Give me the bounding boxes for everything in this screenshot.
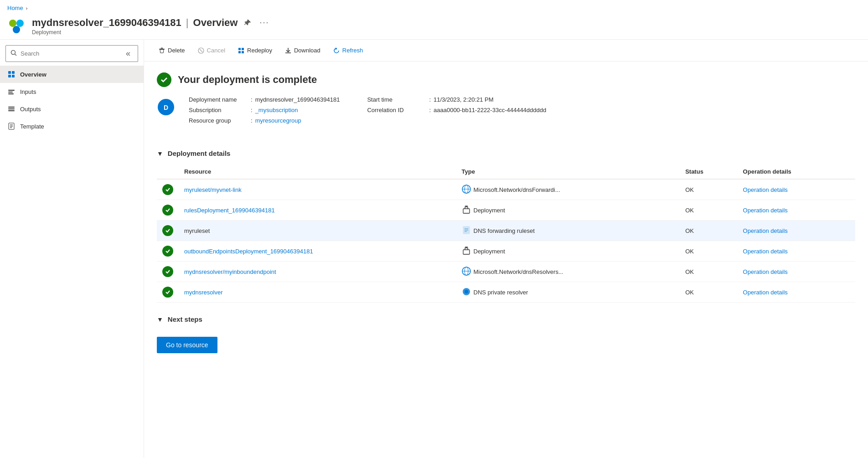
- subscription-value[interactable]: _mysubscription: [255, 107, 298, 113]
- resource-link[interactable]: myruleset/myvnet-link: [184, 186, 242, 193]
- refresh-button[interactable]: Refresh: [328, 44, 369, 57]
- svg-rect-12: [8, 107, 15, 108]
- next-steps-section: ▼ Next steps Go to resource: [157, 315, 855, 353]
- table-cell-resource: rulesDeployment_1699046394181: [179, 200, 456, 221]
- deployment-details-header[interactable]: ▼ Deployment details: [157, 149, 855, 157]
- resource-group-value[interactable]: myresourcegroup: [255, 117, 301, 124]
- table-cell-type: Deployment: [456, 200, 680, 221]
- info-row-resource-group: Resource group : myresourcegroup: [189, 117, 340, 124]
- overview-content: Your deployment is complete D Deployment: [144, 62, 868, 364]
- sidebar-item-template[interactable]: Template: [0, 118, 144, 135]
- more-options-button[interactable]: ···: [258, 16, 271, 29]
- type-text: DNS forwarding ruleset: [474, 227, 535, 234]
- operation-details-link[interactable]: Operation details: [743, 248, 788, 255]
- resource-text: myruleset: [184, 227, 210, 234]
- table-cell-resource: mydnsresolver: [179, 282, 456, 303]
- outputs-label: Outputs: [20, 106, 41, 113]
- svg-rect-9: [8, 90, 15, 91]
- details-chevron-icon: ▼: [157, 150, 163, 157]
- table-cell-status-icon: [157, 282, 179, 303]
- svg-rect-7: [8, 75, 11, 77]
- type-icon: [462, 267, 471, 277]
- table-cell-resource: outboundEndpointsDeployment_169904639418…: [179, 241, 456, 262]
- success-banner: Your deployment is complete: [157, 72, 855, 87]
- deployment-details-title: Deployment details: [168, 149, 231, 157]
- template-label: Template: [20, 123, 44, 130]
- svg-rect-14: [8, 110, 15, 111]
- table-cell-status: OK: [680, 262, 737, 282]
- check-icon: [162, 225, 173, 236]
- info-column-left: Deployment name : mydnsresolver_16990463…: [189, 96, 340, 124]
- cancel-button[interactable]: Cancel: [192, 44, 231, 57]
- type-text: DNS private resolver: [474, 289, 528, 296]
- breadcrumb-home[interactable]: Home: [7, 5, 23, 11]
- table-row: myruleset DNS forwarding ruleset OK Oper…: [157, 221, 855, 241]
- svg-text:D: D: [164, 104, 168, 111]
- table-header-operation: Operation details: [738, 165, 855, 179]
- pin-button[interactable]: [242, 17, 253, 28]
- subscription-label: Subscription: [189, 107, 248, 113]
- template-icon: [7, 122, 16, 130]
- operation-details-link[interactable]: Operation details: [743, 207, 788, 214]
- sidebar-item-overview[interactable]: Overview: [0, 66, 144, 83]
- table-cell-status-icon: [157, 200, 179, 221]
- table-row: mydnsresolver DNS private resolver OK Op…: [157, 282, 855, 303]
- operation-details-link[interactable]: Operation details: [743, 289, 788, 296]
- cancel-icon: [198, 47, 204, 54]
- table-cell-status-icon: [157, 241, 179, 262]
- next-steps-header[interactable]: ▼ Next steps: [157, 315, 855, 323]
- resource-link[interactable]: rulesDeployment_1699046394181: [184, 207, 275, 214]
- operation-details-link[interactable]: Operation details: [743, 268, 788, 275]
- type-icon: [462, 287, 471, 298]
- operation-details-link[interactable]: Operation details: [743, 227, 788, 234]
- svg-rect-11: [8, 93, 14, 94]
- svg-rect-34: [463, 209, 470, 213]
- sidebar-search-container: «: [0, 40, 144, 66]
- table-cell-type: Deployment: [456, 241, 680, 262]
- operation-details-link[interactable]: Operation details: [743, 186, 788, 193]
- correlation-id-label: Correlation ID: [367, 107, 426, 113]
- svg-point-3: [11, 51, 16, 55]
- check-icon: [162, 246, 173, 257]
- delete-button[interactable]: Delete: [153, 44, 191, 57]
- table-cell-type: DNS forwarding ruleset: [456, 221, 680, 241]
- resource-type: Deployment: [32, 29, 271, 36]
- download-button[interactable]: Download: [279, 44, 326, 57]
- svg-rect-5: [8, 71, 11, 74]
- outputs-icon: [7, 105, 16, 113]
- start-time-label: Start time: [367, 96, 426, 103]
- table-cell-type: Microsoft.Network/dnsResolvers...: [456, 262, 680, 282]
- table-cell-type: Microsoft.Network/dnsForwardi...: [456, 179, 680, 200]
- overview-label: Overview: [20, 71, 46, 78]
- page-name: Overview: [193, 17, 238, 29]
- table-cell-operation: Operation details: [738, 179, 855, 200]
- collapse-button[interactable]: «: [123, 48, 133, 59]
- table-cell-resource: mydnsresolver/myinboundendpoint: [179, 262, 456, 282]
- svg-rect-8: [12, 75, 15, 77]
- redeploy-button[interactable]: Redeploy: [232, 44, 278, 57]
- title-separator: |: [186, 17, 189, 29]
- sidebar-item-inputs[interactable]: Inputs: [0, 83, 144, 100]
- type-icon: [462, 226, 471, 236]
- search-input[interactable]: [21, 50, 119, 57]
- resource-link[interactable]: mydnsresolver/myinboundendpoint: [184, 268, 276, 275]
- table-row: myruleset/myvnet-link Microsoft.Network/…: [157, 179, 855, 200]
- table-header-type: Type: [456, 165, 680, 179]
- svg-point-1: [16, 20, 24, 27]
- type-text: Microsoft.Network/dnsResolvers...: [474, 268, 563, 275]
- deployment-table: Resource Type Status Operation details m…: [157, 165, 855, 303]
- sidebar-item-outputs[interactable]: Outputs: [0, 100, 144, 118]
- table-cell-status: OK: [680, 200, 737, 221]
- info-column-right: Start time : 11/3/2023, 2:20:21 PM Corre…: [367, 96, 546, 124]
- resource-link[interactable]: mydnsresolver: [184, 289, 223, 296]
- table-header-resource: Resource: [179, 165, 456, 179]
- table-cell-operation: Operation details: [738, 282, 855, 303]
- go-to-resource-button[interactable]: Go to resource: [157, 337, 217, 353]
- toolbar: Delete Cancel Redeploy: [144, 40, 868, 62]
- resource-link[interactable]: outboundEndpointsDeployment_169904639418…: [184, 248, 313, 255]
- table-cell-status-icon: [157, 262, 179, 282]
- svg-point-0: [9, 20, 16, 27]
- svg-rect-24: [242, 48, 244, 50]
- inputs-icon: [7, 87, 16, 96]
- type-icon: [462, 246, 471, 257]
